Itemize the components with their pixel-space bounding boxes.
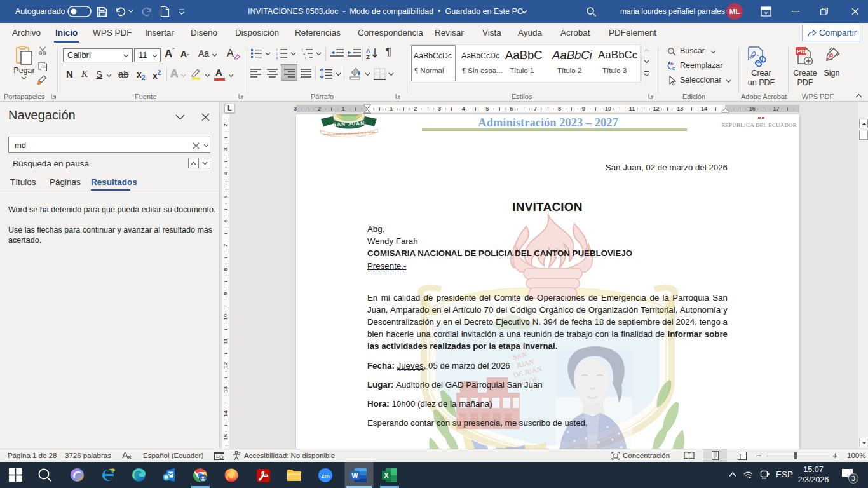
svg-text:W: W	[351, 471, 358, 479]
svg-text:c: c	[672, 65, 675, 71]
svg-text:X: X	[384, 471, 389, 479]
svg-text:SAN JUAN: SAN JUAN	[333, 121, 365, 128]
svg-text:zm: zm	[321, 472, 329, 479]
svg-text:PDF: PDF	[797, 48, 809, 55]
svg-text:Z: Z	[366, 53, 370, 60]
svg-text:3: 3	[276, 56, 278, 60]
svg-text:?: ?	[238, 452, 241, 456]
svg-text:i: i	[305, 56, 306, 59]
